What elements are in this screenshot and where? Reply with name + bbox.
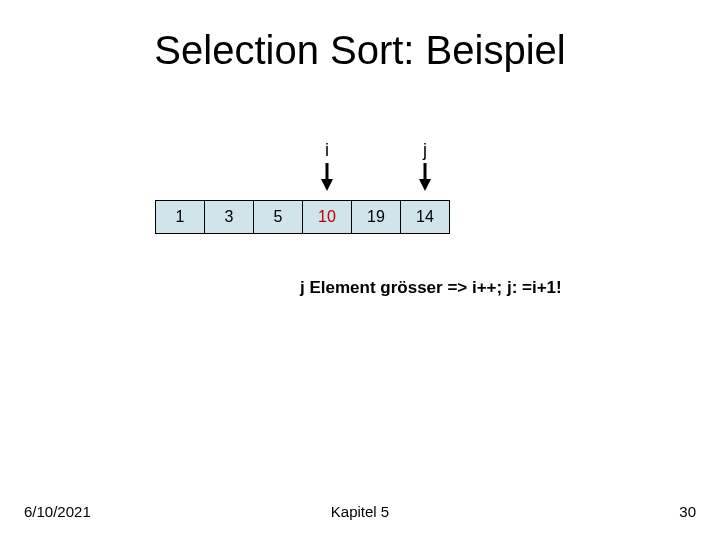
slide-title: Selection Sort: Beispiel [0,28,720,73]
arrow-down-icon [320,163,334,191]
footer-chapter: Kapitel 5 [0,503,720,520]
pointer-j: j [400,140,450,191]
arrow-down-icon [418,163,432,191]
pointer-i: i [302,140,352,191]
array-cells: 135101914 [155,200,555,234]
pointer-row: i j [155,140,555,200]
array-cell: 5 [253,200,303,234]
array-cell: 19 [351,200,401,234]
array-cell: 10 [302,200,352,234]
svg-marker-3 [419,179,431,191]
footer-page: 30 [679,503,696,520]
array-diagram: i j 135101914 [155,140,555,234]
array-cell: 14 [400,200,450,234]
array-cell: 1 [155,200,205,234]
array-cell: 3 [204,200,254,234]
svg-marker-1 [321,179,333,191]
pointer-j-label: j [400,140,450,161]
pointer-i-label: i [302,140,352,161]
step-annotation: j Element grösser => i++; j: =i+1! [300,278,562,298]
